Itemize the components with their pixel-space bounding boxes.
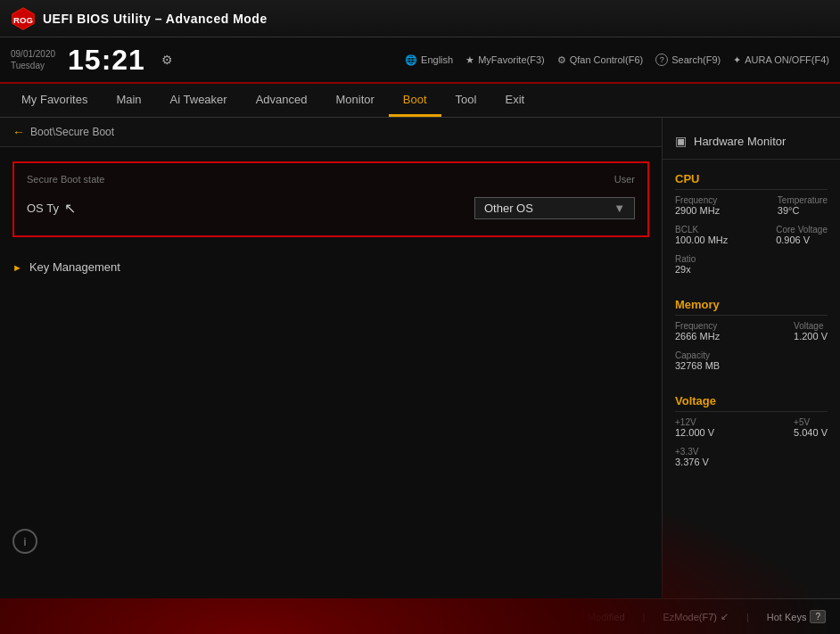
volt-33v-label: +3.3V [675, 447, 709, 457]
os-type-row: OS Ty ↖ Other OS ▼ [27, 192, 635, 225]
mem-voltage-label: Voltage [794, 321, 828, 331]
datetime-bar: 09/01/2020 Tuesday 15:21 ⚙ 🌐 English ★ M… [0, 37, 840, 84]
ez-mode-icon: ↙ [721, 611, 729, 622]
nav-monitor[interactable]: Monitor [322, 84, 389, 117]
info-button[interactable]: i [12, 529, 37, 554]
info-icon: i [24, 535, 27, 548]
volt-12v-value: 12.000 V [675, 427, 714, 438]
cpu-temperature-value: 39°C [778, 205, 828, 216]
cpu-frequency-value: 2900 MHz [675, 205, 720, 216]
language-icon: 🌐 [405, 54, 417, 66]
user-label: User [614, 174, 635, 185]
date-block: 09/01/2020 Tuesday [11, 48, 55, 71]
volt-5v-label: +5V [794, 417, 828, 427]
volt-33v-pair: +3.3V 3.376 V [675, 447, 709, 467]
nav-ai-tweaker[interactable]: Ai Tweaker [156, 84, 242, 117]
top-bar-controls: 🌐 English ★ MyFavorite(F3) ⚙ Qfan Contro… [405, 54, 829, 66]
hardware-monitor-sidebar: ▣ Hardware Monitor CPU Frequency 2900 MH… [662, 118, 840, 598]
volt-33v-row: +3.3V 3.376 V [675, 447, 828, 473]
aura-label: AURA ON/OFF(F4) [745, 54, 829, 65]
nav-tool[interactable]: Tool [441, 84, 491, 117]
voltage-section-title: Voltage [675, 389, 828, 412]
cpu-bclk-pair: BCLK 100.00 MHz [675, 225, 728, 245]
info-area: i [12, 529, 37, 554]
hot-keys-badge: ? [810, 610, 826, 623]
svg-text:ROG: ROG [13, 15, 33, 25]
mem-frequency-label: Frequency [675, 321, 720, 331]
breadcrumb-back-arrow[interactable]: ← [12, 125, 25, 139]
aura-icon: ✦ [733, 54, 741, 66]
hot-keys-label: Hot Keys [767, 612, 807, 622]
memory-section-title: Memory [675, 292, 828, 316]
cpu-ratio-value: 29x [675, 264, 696, 275]
nav-boot[interactable]: Boot [389, 84, 441, 117]
cpu-ratio-label: Ratio [675, 254, 696, 264]
nav-exit[interactable]: Exit [490, 84, 539, 117]
mem-capacity-row: Capacity 32768 MB [675, 350, 828, 376]
date-display: 09/01/2020 [11, 48, 55, 60]
search-label: Search(F9) [671, 54, 721, 65]
secure-boot-state-label: Secure Boot state [27, 174, 104, 185]
search-icon: ? [655, 54, 668, 66]
mem-voltage-pair: Voltage 1.200 V [794, 321, 828, 342]
nav-advanced[interactable]: Advanced [242, 84, 322, 117]
day-display: Tuesday [11, 60, 55, 71]
ez-mode-label: EzMode(F7) [663, 612, 717, 622]
os-type-dropdown[interactable]: Other OS ▼ [474, 197, 635, 219]
mem-capacity-pair: Capacity 32768 MB [675, 350, 720, 371]
volt-33v-value: 3.376 V [675, 457, 709, 467]
cpu-bclk-label: BCLK [675, 225, 728, 235]
nav-menu: My Favorites Main Ai Tweaker Advanced Mo… [0, 84, 840, 118]
hot-keys-btn[interactable]: Hot Keys ? [767, 610, 826, 623]
dropdown-arrow-icon: ▼ [614, 202, 625, 215]
content-area: ← Boot\Secure Boot Secure Boot state Use… [0, 118, 840, 598]
cpu-bclk-value: 100.00 MHz [675, 235, 728, 245]
my-favorite-btn[interactable]: ★ MyFavorite(F3) [465, 54, 545, 66]
cpu-corevoltage-value: 0.906 V [776, 235, 828, 245]
ez-mode-btn[interactable]: EzMode(F7) ↙ [663, 611, 729, 622]
nav-main[interactable]: Main [102, 84, 155, 117]
os-type-value: Other OS [484, 202, 533, 215]
qfan-icon: ⚙ [557, 54, 566, 66]
volt-5v-pair: +5V 5.040 V [794, 417, 828, 438]
volt-5v-value: 5.040 V [794, 427, 828, 438]
rog-logo-icon: ROG [11, 6, 36, 31]
cpu-ratio-pair: Ratio 29x [675, 254, 696, 275]
mem-capacity-value: 32768 MB [675, 360, 720, 371]
sidebar-title: ▣ Hardware Monitor [663, 127, 840, 160]
language-selector[interactable]: 🌐 English [405, 54, 453, 66]
search-btn[interactable]: ? Search(F9) [655, 54, 721, 66]
voltage-section: Voltage +12V 12.000 V +5V 5.040 V +3.3V … [663, 389, 840, 485]
cpu-section-title: CPU [675, 167, 828, 190]
my-favorite-icon: ★ [465, 54, 474, 66]
qfan-btn[interactable]: ⚙ Qfan Control(F6) [557, 54, 644, 66]
language-label: English [421, 54, 453, 65]
key-management-item[interactable]: ► Key Management [0, 251, 662, 283]
section-header: Secure Boot state User [27, 174, 635, 185]
volt-12v-pair: +12V 12.000 V [675, 417, 714, 438]
settings-icon[interactable]: ⚙ [161, 53, 173, 67]
last-modified-btn[interactable]: Last Modified [566, 612, 624, 622]
app-title: UEFI BIOS Utility – Advanced Mode [43, 12, 268, 26]
cpu-temperature-label: Temperature [778, 195, 828, 205]
breadcrumb-path: Boot\Secure Boot [30, 126, 114, 138]
expand-arrow-icon: ► [12, 262, 22, 273]
cpu-temp-pair: Temperature 39°C [778, 195, 828, 216]
breadcrumb: ← Boot\Secure Boot [0, 118, 662, 147]
nav-my-favorites[interactable]: My Favorites [7, 84, 102, 117]
qfan-label: Qfan Control(F6) [570, 54, 644, 65]
mem-frequency-value: 2666 MHz [675, 331, 720, 342]
volt-12v-5v-row: +12V 12.000 V +5V 5.040 V [675, 417, 828, 443]
time-display: 15:21 [68, 44, 145, 77]
aura-btn[interactable]: ✦ AURA ON/OFF(F4) [733, 54, 829, 66]
cpu-ratio-row: Ratio 29x [675, 254, 828, 280]
secure-boot-section: Secure Boot state User OS Ty ↖ Other OS … [12, 161, 649, 237]
key-management-label: Key Management [29, 260, 120, 274]
mem-frequency-pair: Frequency 2666 MHz [675, 321, 720, 342]
volt-12v-label: +12V [675, 417, 714, 427]
cpu-freq-temp-row: Frequency 2900 MHz Temperature 39°C [675, 195, 828, 221]
top-bar: ROG UEFI BIOS Utility – Advanced Mode [0, 0, 840, 37]
logo-area: ROG UEFI BIOS Utility – Advanced Mode [11, 6, 268, 31]
last-modified-label: Last Modified [566, 612, 624, 622]
bottom-bar: Last Modified | EzMode(F7) ↙ | Hot Keys … [0, 598, 840, 634]
